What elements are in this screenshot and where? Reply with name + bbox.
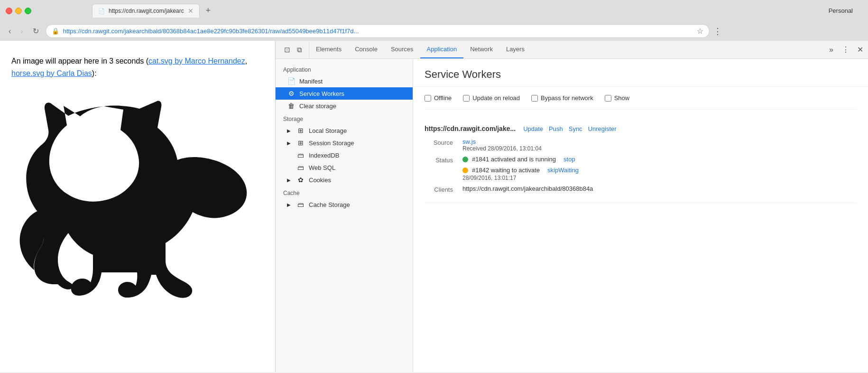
tab-title: https://cdn.rawgit.com/jakearc bbox=[109, 8, 184, 14]
sidebar-item-cache-storage[interactable]: ▶ 🗃 Cache Storage bbox=[276, 198, 413, 211]
sw-entry: https://cdn.rawgit.com/jake... Update Pu… bbox=[425, 119, 857, 203]
sw-update-link[interactable]: Update bbox=[523, 125, 543, 132]
sw-status-row: Status #1841 activated and is running st… bbox=[425, 156, 857, 181]
forward-button[interactable]: › bbox=[18, 25, 26, 37]
show-option[interactable]: Show bbox=[605, 94, 630, 102]
browser-menu-icon[interactable]: ⋮ bbox=[713, 26, 722, 37]
offline-checkbox[interactable] bbox=[425, 95, 431, 102]
devtools-panel: ⊡ ⧉ Elements Console Sources Application… bbox=[275, 41, 868, 372]
tab-bar: 📄 https://cdn.rawgit.com/jakearc ✕ + bbox=[35, 4, 262, 18]
expand-arrow-icon: ▶ bbox=[287, 202, 293, 207]
update-on-reload-option[interactable]: Update on reload bbox=[463, 94, 520, 102]
sidebar-item-manifest[interactable]: 📄 Manifest bbox=[276, 75, 413, 87]
device-toolbar-button[interactable]: ⧉ bbox=[294, 44, 305, 56]
sw-clients-label: Clients bbox=[425, 185, 462, 193]
update-on-reload-checkbox[interactable] bbox=[463, 95, 470, 102]
traffic-lights bbox=[6, 8, 31, 14]
session-storage-icon: ⊞ bbox=[296, 139, 305, 147]
sw-push-link[interactable]: Push bbox=[549, 125, 563, 132]
show-label: Show bbox=[614, 94, 630, 102]
sidebar-item-web-sql[interactable]: ▶ 🗃 Web SQL bbox=[276, 161, 413, 174]
page-text: An image will appear here in 3 seconds (… bbox=[11, 55, 264, 79]
address-bar[interactable]: 🔒 https://cdn.rawgit.com/jakearchibald/8… bbox=[46, 24, 710, 38]
sidebar-section-cache: Cache bbox=[276, 186, 413, 198]
new-tab-button[interactable]: + bbox=[202, 4, 215, 18]
sw-status-label: Status bbox=[425, 156, 462, 164]
devtools-main-panel: Service Workers Offline Update on reload bbox=[413, 59, 868, 372]
web-sql-icon: 🗃 bbox=[296, 164, 305, 171]
sidebar-label-cookies: Cookies bbox=[309, 177, 331, 184]
cookies-icon: ✿ bbox=[296, 176, 305, 184]
devtools-body: Application 📄 Manifest ⚙ Service Workers… bbox=[276, 59, 868, 372]
update-on-reload-label: Update on reload bbox=[472, 94, 520, 102]
tab-application[interactable]: Application bbox=[420, 41, 464, 58]
devtools-sidebar: Application 📄 Manifest ⚙ Service Workers… bbox=[276, 59, 413, 372]
devtools-close-button[interactable]: ✕ bbox=[854, 43, 866, 56]
tab-elements[interactable]: Elements bbox=[309, 41, 348, 58]
expand-arrow-icon: ▶ bbox=[287, 128, 293, 133]
tab-console[interactable]: Console bbox=[348, 41, 384, 58]
sidebar-item-service-workers[interactable]: ⚙ Service Workers bbox=[276, 87, 413, 100]
element-picker-button[interactable]: ⊡ bbox=[281, 44, 293, 56]
address-text: https://cdn.rawgit.com/jakearchibald/803… bbox=[63, 28, 693, 35]
sidebar-label-indexeddb: IndexedDB bbox=[309, 152, 339, 159]
close-button[interactable] bbox=[6, 8, 12, 14]
sw-url-text: https://cdn.rawgit.com/jake... bbox=[425, 125, 516, 132]
bypass-for-network-checkbox[interactable] bbox=[531, 95, 538, 102]
sw-source-row: Source sw.js Received 28/09/2016, 13:01:… bbox=[425, 138, 857, 152]
sw-status-entries: #1841 activated and is running stop #184… bbox=[462, 156, 579, 181]
cat-svg-link[interactable]: cat.svg by Marco Hernandez bbox=[148, 57, 245, 65]
sw-source-value: sw.js Received 28/09/2016, 13:01:04 bbox=[462, 138, 542, 152]
tab-layers[interactable]: Layers bbox=[499, 41, 531, 58]
horse-svg-link[interactable]: horse.svg by Carla Dias bbox=[11, 69, 92, 77]
sidebar-label-web-sql: Web SQL bbox=[309, 164, 335, 171]
devtools-more-button[interactable]: » bbox=[825, 44, 837, 56]
sidebar-item-session-storage[interactable]: ▶ ⊞ Session Storage bbox=[276, 137, 413, 149]
minimize-button[interactable] bbox=[15, 8, 22, 14]
sidebar-item-local-storage[interactable]: ▶ ⊞ Local Storage bbox=[276, 124, 413, 137]
sidebar-item-clear-storage[interactable]: 🗑 Clear storage bbox=[276, 100, 413, 112]
cat-image bbox=[11, 85, 258, 303]
sidebar-item-indexeddb[interactable]: ▶ 🗃 IndexedDB bbox=[276, 149, 413, 161]
offline-option[interactable]: Offline bbox=[425, 94, 452, 102]
devtools-toolbar-left: ⊡ ⧉ bbox=[277, 41, 309, 58]
maximize-button[interactable] bbox=[25, 8, 31, 14]
service-workers-icon: ⚙ bbox=[287, 90, 295, 97]
sw-sync-link[interactable]: Sync bbox=[569, 125, 582, 132]
indexeddb-icon: 🗃 bbox=[296, 151, 305, 159]
back-button[interactable]: ‹ bbox=[6, 25, 14, 37]
tab-network[interactable]: Network bbox=[463, 41, 499, 58]
clear-storage-icon: 🗑 bbox=[287, 102, 295, 110]
sw-source-link[interactable]: sw.js bbox=[462, 138, 476, 145]
sw-url-actions: Update Push Sync Unregister bbox=[523, 125, 616, 132]
devtools-options-button[interactable]: ⋮ bbox=[839, 43, 852, 56]
browser-tab[interactable]: 📄 https://cdn.rawgit.com/jakearc ✕ bbox=[92, 4, 200, 18]
local-storage-icon: ⊞ bbox=[296, 127, 305, 134]
reload-button[interactable]: ↻ bbox=[30, 25, 42, 37]
tab-sources[interactable]: Sources bbox=[384, 41, 420, 58]
sw-received-text: Received 28/09/2016, 13:01:04 bbox=[462, 145, 542, 152]
sw-status-sub-2: 28/09/2016, 13:01:17 bbox=[462, 175, 579, 181]
profile-label: Personal bbox=[829, 7, 862, 14]
sw-unregister-link[interactable]: Unregister bbox=[588, 125, 617, 132]
sw-clients-value: https://cdn.rawgit.com/jakearchibald/803… bbox=[462, 185, 593, 192]
offline-label: Offline bbox=[434, 94, 452, 102]
sw-skipwaiting-link[interactable]: skipWaiting bbox=[547, 167, 579, 174]
lock-icon: 🔒 bbox=[52, 28, 59, 35]
page-content: An image will appear here in 3 seconds (… bbox=[0, 41, 275, 372]
page-text-line1: An image will appear here in 3 seconds ( bbox=[11, 57, 148, 65]
sidebar-label-local-storage: Local Storage bbox=[309, 127, 347, 134]
sw-status-entry-1: #1841 activated and is running stop bbox=[462, 156, 579, 163]
sw-status-entry-2-wrapper: #1842 waiting to activate skipWaiting 28… bbox=[462, 167, 579, 181]
status-dot-green bbox=[462, 157, 468, 162]
tab-close-icon[interactable]: ✕ bbox=[188, 7, 194, 15]
sidebar-item-cookies[interactable]: ▶ ✿ Cookies bbox=[276, 174, 413, 186]
status-dot-orange bbox=[462, 168, 468, 173]
main-panel-title: Service Workers bbox=[413, 59, 868, 87]
sw-stop-link[interactable]: stop bbox=[563, 156, 575, 163]
bookmark-icon[interactable]: ☆ bbox=[697, 27, 703, 36]
bypass-for-network-option[interactable]: Bypass for network bbox=[531, 94, 593, 102]
sidebar-label-cache-storage: Cache Storage bbox=[309, 201, 350, 208]
expand-arrow-icon: ▶ bbox=[287, 140, 293, 146]
show-checkbox[interactable] bbox=[605, 95, 611, 102]
